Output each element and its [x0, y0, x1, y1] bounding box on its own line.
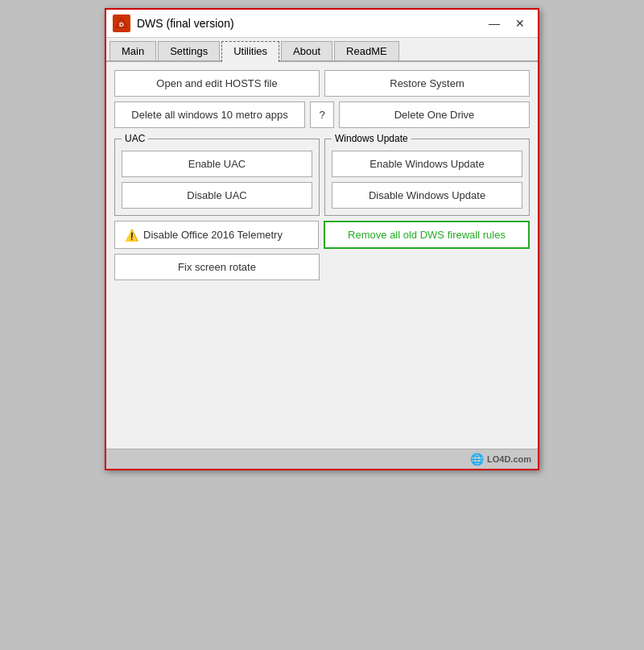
disable-telemetry-button[interactable]: ⚠️ Disable Office 2016 Telemetry — [114, 221, 319, 249]
title-bar: D DWS (final version) — ✕ — [106, 10, 538, 38]
warning-icon: ⚠️ — [125, 229, 138, 242]
windows-update-group: Windows Update Enable Windows Update Dis… — [324, 133, 530, 216]
row-2: Delete all windows 10 metro apps ? Delet… — [114, 101, 530, 128]
delete-onedrive-button[interactable]: Delete One Drive — [339, 101, 530, 128]
row-4: Fix screen rotate — [114, 254, 530, 280]
tab-about[interactable]: About — [281, 41, 332, 60]
disable-telemetry-label: Disable Office 2016 Telemetry — [143, 229, 283, 241]
main-window: D DWS (final version) — ✕ Main Settings … — [105, 8, 539, 470]
groups-row: UAC Enable UAC Disable UAC Windows Updat… — [114, 133, 530, 216]
delete-metro-button[interactable]: Delete all windows 10 metro apps — [114, 101, 305, 128]
footer-bar: 🌐 LO4D.com — [106, 449, 538, 469]
open-hosts-button[interactable]: Open and edit HOSTS file — [114, 70, 320, 97]
restore-system-button[interactable]: Restore System — [324, 70, 530, 97]
minimize-button[interactable]: — — [483, 14, 506, 32]
uac-legend: UAC — [122, 133, 148, 144]
disable-uac-button[interactable]: Disable UAC — [122, 182, 312, 209]
fix-screen-rotate-button[interactable]: Fix screen rotate — [114, 254, 320, 280]
delete-metro-help-button[interactable]: ? — [310, 101, 334, 128]
window-title: DWS (final version) — [137, 17, 483, 30]
close-button[interactable]: ✕ — [509, 14, 531, 32]
tab-readme[interactable]: ReadME — [334, 41, 399, 60]
content-area: Open and edit HOSTS file Restore System … — [106, 62, 538, 449]
enable-uac-button[interactable]: Enable UAC — [122, 151, 312, 177]
row-1: Open and edit HOSTS file Restore System — [114, 70, 530, 97]
windows-update-legend: Windows Update — [332, 133, 411, 144]
title-controls: — ✕ — [483, 14, 531, 32]
tab-utilities[interactable]: Utilities — [221, 41, 279, 62]
globe-icon: 🌐 — [470, 453, 484, 466]
remove-firewall-rules-button[interactable]: Remove all old DWS firewall rules — [324, 221, 530, 249]
svg-text:D: D — [119, 21, 124, 28]
uac-group: UAC Enable UAC Disable UAC — [114, 133, 320, 216]
row-3: ⚠️ Disable Office 2016 Telemetry Remove … — [114, 221, 530, 249]
tab-main[interactable]: Main — [109, 41, 156, 60]
enable-windows-update-button[interactable]: Enable Windows Update — [332, 151, 522, 177]
lo4d-logo: LO4D.com — [487, 454, 531, 464]
tab-settings[interactable]: Settings — [158, 41, 220, 60]
disable-windows-update-button[interactable]: Disable Windows Update — [332, 182, 522, 209]
tab-bar: Main Settings Utilities About ReadME — [106, 38, 538, 62]
app-icon: D — [113, 14, 130, 32]
